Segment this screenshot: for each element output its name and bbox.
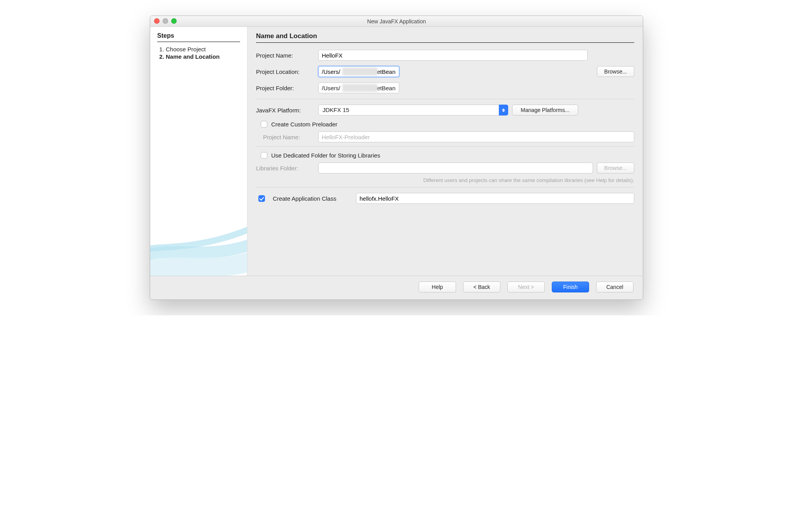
dedicated-folder-checkbox[interactable] bbox=[261, 152, 267, 159]
steps-sidebar: Steps Choose Project Name and Location bbox=[150, 27, 247, 276]
browse-location-button[interactable]: Browse... bbox=[597, 66, 634, 77]
step-choose-project: Choose Project bbox=[166, 46, 240, 52]
main-panel: Name and Location Project Name: Project … bbox=[247, 27, 643, 276]
finish-button[interactable]: Finish bbox=[552, 282, 589, 292]
project-location-label: Project Location: bbox=[256, 68, 314, 75]
javafx-platform-select[interactable]: JDKFX 15 bbox=[318, 105, 508, 116]
project-name-input[interactable] bbox=[318, 50, 588, 61]
wizard-footer: Help < Back Next > Finish Cancel bbox=[150, 276, 643, 299]
manage-platforms-button[interactable]: Manage Platforms... bbox=[512, 105, 578, 116]
titlebar: New JavaFX Application bbox=[150, 16, 643, 27]
zoom-icon[interactable] bbox=[171, 18, 177, 24]
window-title: New JavaFX Application bbox=[367, 18, 426, 24]
chevron-updown-icon bbox=[499, 105, 508, 116]
window-controls bbox=[154, 18, 177, 24]
steps-list: Choose Project Name and Location bbox=[157, 46, 240, 60]
libraries-folder-input bbox=[318, 163, 593, 173]
minimize-icon[interactable] bbox=[163, 18, 168, 24]
back-button[interactable]: < Back bbox=[463, 282, 500, 292]
step-name-and-location: Name and Location bbox=[166, 53, 240, 60]
page-title: Name and Location bbox=[256, 32, 634, 40]
next-button: Next > bbox=[507, 282, 545, 292]
javafx-platform-value: JDKFX 15 bbox=[318, 105, 508, 116]
wizard-window: New JavaFX Application Steps Choose Proj… bbox=[150, 16, 643, 300]
libraries-hint: Different users and projects can share t… bbox=[256, 177, 634, 183]
project-name-label: Project Name: bbox=[256, 52, 314, 59]
create-preloader-checkbox[interactable] bbox=[261, 121, 267, 128]
javafx-platform-label: JavaFX Platform: bbox=[256, 107, 314, 114]
create-app-class-checkbox[interactable] bbox=[258, 195, 265, 202]
close-icon[interactable] bbox=[154, 18, 160, 24]
browse-libraries-button: Browse... bbox=[597, 163, 634, 173]
dedicated-folder-label: Use Dedicated Folder for Storing Librari… bbox=[271, 152, 380, 159]
preloader-name-input bbox=[318, 131, 634, 142]
create-preloader-label: Create Custom Preloader bbox=[271, 121, 337, 128]
cancel-button[interactable]: Cancel bbox=[596, 282, 633, 292]
decorative-wave-icon bbox=[150, 186, 247, 276]
preloader-name-label: Project Name: bbox=[256, 134, 314, 140]
help-button[interactable]: Help bbox=[419, 282, 456, 292]
app-class-input[interactable] bbox=[356, 193, 634, 204]
steps-heading: Steps bbox=[157, 32, 240, 39]
project-folder-label: Project Folder: bbox=[256, 85, 314, 91]
create-app-class-label: Create Application Class bbox=[273, 195, 351, 202]
libraries-folder-label: Libraries Folder: bbox=[256, 165, 314, 172]
